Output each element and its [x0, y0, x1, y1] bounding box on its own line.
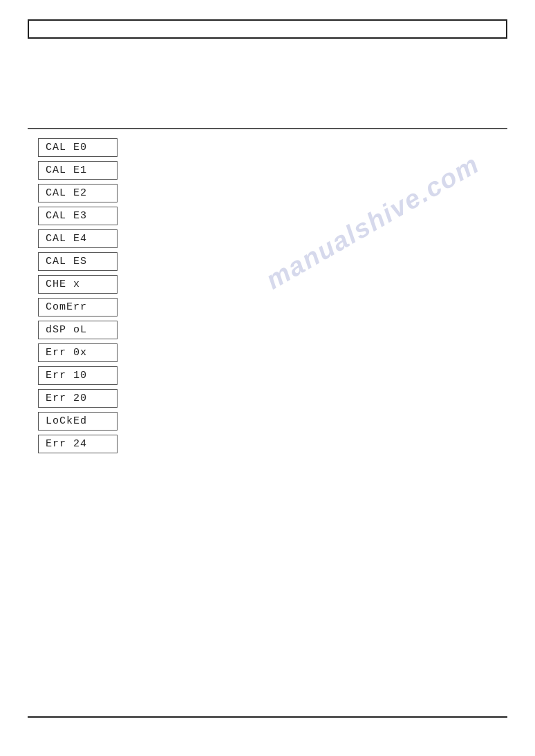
page: CAL E0CAL E1CAL E2CAL E3CAL E4CAL ESCHE …	[0, 0, 535, 756]
list-item: CAL E4	[38, 229, 118, 248]
list-item: CAL E3	[38, 207, 118, 225]
divider-bottom	[28, 716, 507, 718]
list-item: Err 20	[38, 389, 118, 408]
list-item: CAL E0	[38, 138, 118, 157]
title-bar	[28, 19, 507, 39]
list-item: CHE x	[38, 275, 118, 294]
list-item: Err 10	[38, 366, 118, 385]
list-item: ComErr	[38, 298, 118, 316]
list-item: CAL E1	[38, 161, 118, 180]
list-item: dSP oL	[38, 321, 118, 339]
list-item: Err 24	[38, 435, 118, 453]
list-item: CAL E2	[38, 184, 118, 202]
list-item: CAL ES	[38, 252, 118, 271]
content-area: CAL E0CAL E1CAL E2CAL E3CAL E4CAL ESCHE …	[38, 138, 118, 453]
watermark: manualshive.com	[261, 149, 485, 296]
divider-top	[28, 128, 507, 129]
list-item: LoCkEd	[38, 412, 118, 431]
list-item: Err 0x	[38, 343, 118, 362]
